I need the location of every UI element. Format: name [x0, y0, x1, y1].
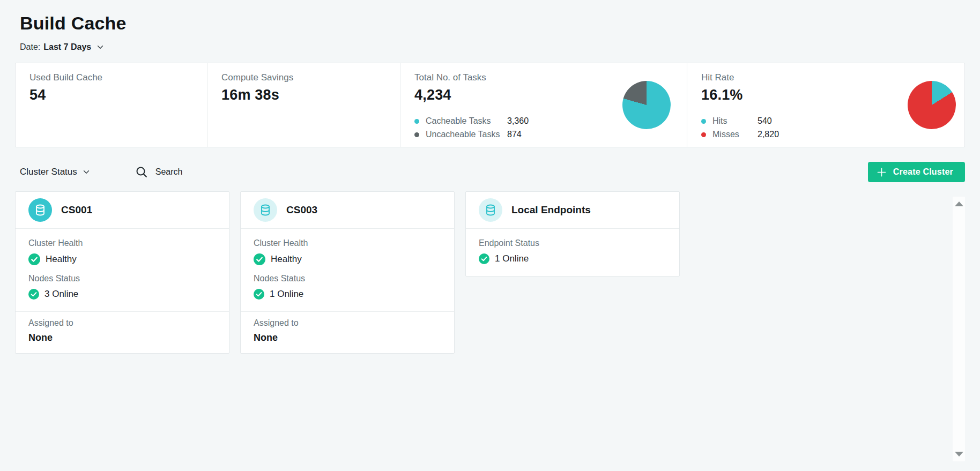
stat-total-tasks: Total No. of Tasks 4,234 Cacheable Tasks… [400, 63, 687, 147]
legend-label: Cacheable Tasks [426, 116, 507, 126]
legend-label: Hits [712, 116, 758, 126]
status-row: Healthy [254, 253, 441, 265]
tasks-pie-chart [622, 81, 671, 129]
page-title: Build Cache [20, 13, 965, 34]
legend-value: 3,360 [507, 116, 529, 126]
legend-dot-icon [414, 119, 419, 124]
stats-bar: Used Build Cache 54 Compute Savings 16m … [15, 63, 965, 147]
cluster-card-header: CS001 [16, 192, 229, 229]
legend-dot-icon [414, 132, 419, 137]
legend-dot-icon [701, 119, 706, 124]
cluster-avatar [479, 198, 502, 222]
date-filter-label: Date: [20, 42, 40, 52]
database-icon [34, 204, 47, 216]
check-circle-icon [479, 253, 489, 264]
status-row: 1 Online [254, 289, 441, 300]
date-filter-value: Last 7 Days [43, 42, 91, 52]
field-label: Nodes Status [254, 274, 441, 283]
legend-value: 540 [758, 116, 772, 126]
status-row: 3 Online [28, 289, 216, 300]
check-circle-icon [254, 253, 265, 265]
cluster-card[interactable]: CS001Cluster HealthHealthyNodes Status3 … [15, 191, 229, 354]
cluster-name: CS001 [61, 204, 92, 216]
legend-value: 2,820 [758, 130, 779, 139]
cluster-card-footer: Assigned toNone [16, 311, 229, 353]
field-label: Cluster Health [254, 238, 441, 248]
cluster-card-body: Cluster HealthHealthyNodes Status1 Onlin… [241, 229, 454, 311]
cluster-card[interactable]: Local EndpointsEndpoint Status1 Online [465, 191, 680, 276]
status-text: 1 Online [495, 253, 529, 264]
search[interactable]: Search [135, 166, 183, 178]
status-row: 1 Online [479, 253, 666, 264]
legend-value: 874 [507, 130, 522, 139]
stat-value: 16m 38s [221, 87, 400, 103]
create-cluster-button-label: Create Cluster [893, 167, 953, 177]
scroll-down-arrow[interactable] [955, 452, 963, 457]
stat-label: Used Build Cache [29, 72, 207, 83]
cluster-cards: CS001Cluster HealthHealthyNodes Status3 … [15, 191, 965, 354]
chevron-down-icon [96, 43, 104, 51]
field-label: Cluster Health [28, 238, 216, 248]
status-text: 3 Online [44, 289, 78, 300]
cluster-card-body: Cluster HealthHealthyNodes Status3 Onlin… [16, 229, 229, 311]
scrollbar[interactable] [953, 197, 965, 461]
search-icon [135, 166, 148, 178]
stat-label: Compute Savings [221, 72, 400, 83]
assigned-to-value: None [28, 332, 216, 343]
cluster-card-header: Local Endpoints [466, 192, 679, 229]
cluster-card[interactable]: CS003Cluster HealthHealthyNodes Status1 … [240, 191, 455, 354]
field-label: Endpoint Status [479, 238, 666, 248]
database-icon [259, 204, 272, 216]
cluster-card-footer: Assigned toNone [241, 311, 454, 353]
cluster-status-filter-label: Cluster Status [20, 167, 77, 177]
legend-dot-icon [701, 132, 706, 137]
toolbar: Cluster Status Search Create Cluster [15, 161, 965, 183]
field-label: Nodes Status [28, 274, 216, 283]
date-filter-dropdown[interactable]: Date: Last 7 Days [20, 42, 104, 52]
status-text: Healthy [46, 254, 77, 265]
assigned-to-label: Assigned to [28, 318, 216, 328]
database-icon [484, 204, 497, 216]
status-row: Healthy [28, 253, 216, 265]
build-cache-page: Build Cache Date: Last 7 Days Used Build… [0, 0, 980, 471]
cluster-name: Local Endpoints [511, 204, 591, 216]
check-circle-icon [28, 253, 40, 265]
cluster-avatar [28, 198, 52, 222]
legend-label: Misses [712, 130, 758, 139]
hit-rate-pie-chart [908, 81, 956, 129]
assigned-to-value: None [254, 332, 441, 343]
cluster-avatar [254, 198, 277, 222]
stat-hit-rate: Hit Rate 16.1% Hits540Misses2,820 [687, 63, 964, 147]
legend-row: Uncacheable Tasks874 [414, 130, 687, 139]
status-text: 1 Online [270, 289, 303, 300]
create-cluster-button[interactable]: Create Cluster [868, 162, 965, 182]
search-label: Search [155, 167, 183, 177]
cluster-name: CS003 [286, 204, 317, 216]
status-text: Healthy [271, 254, 302, 265]
check-circle-icon [28, 289, 39, 300]
legend-row: Misses2,820 [701, 130, 964, 139]
cluster-card-header: CS003 [241, 192, 454, 229]
stat-compute-savings: Compute Savings 16m 38s [207, 63, 400, 147]
legend-label: Uncacheable Tasks [426, 130, 507, 139]
plus-icon [877, 167, 887, 177]
stat-used-build-cache: Used Build Cache 54 [16, 63, 207, 147]
cluster-status-filter[interactable]: Cluster Status [20, 167, 90, 177]
stat-value: 54 [29, 87, 207, 103]
cluster-card-body: Endpoint Status1 Online [466, 229, 679, 276]
assigned-to-label: Assigned to [254, 318, 441, 328]
scroll-up-arrow[interactable] [955, 201, 963, 206]
chevron-down-icon [83, 168, 90, 176]
check-circle-icon [254, 289, 264, 300]
